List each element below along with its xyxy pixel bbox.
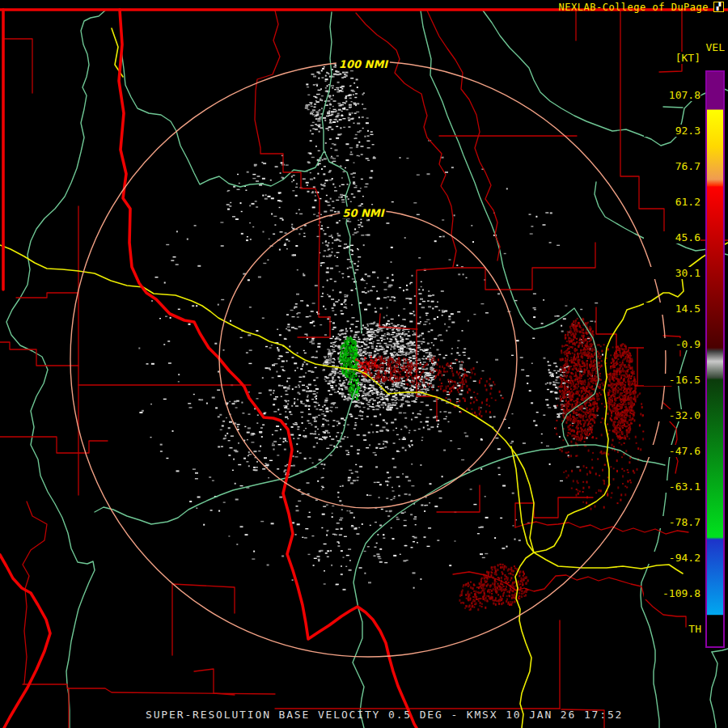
colorbar-tick-label: 92.3 (644, 125, 700, 137)
colorbar-tick-label: -47.6 (644, 445, 700, 457)
velocity-colorbar (705, 70, 725, 648)
colorbar-tick-label: -78.7 (644, 516, 700, 528)
rivers-line (663, 107, 683, 108)
colorbar-tick-label: -0.9 (644, 338, 700, 350)
colorbar-tick-label: -63.1 (644, 480, 700, 493)
colorbar-tick-label: -109.8 (644, 587, 700, 599)
brand-text[interactable]: NEXLAB-College of DuPage (559, 2, 709, 13)
colorbar-threshold-label: TH (688, 623, 702, 635)
colorbar-tick-label: -16.5 (644, 374, 700, 386)
colorbar-tick-label: -94.2 (644, 552, 700, 564)
radar-screen: 100 NMI 50 NMI NEXLAB-College of DuPage … (0, 0, 728, 728)
cod-logo-icon[interactable]: ▞ (713, 2, 724, 12)
colorbar-tick-label: 61.2 (644, 196, 700, 208)
range-ring-label-50nmi: 50 NMI (340, 207, 386, 219)
colorbar-tick-label: 14.5 (644, 303, 700, 315)
colorbar-tick-label: 107.8 (644, 89, 700, 101)
colorbar-tick-label: 76.7 (644, 160, 700, 172)
colorbar-tick-label: 45.6 (644, 231, 700, 243)
colorbar-product-label: VEL (705, 41, 726, 53)
radar-map[interactable] (0, 0, 728, 728)
colorbar-tick-label: -32.0 (644, 409, 700, 421)
product-title: SUPER-RESOLUTION BASE VELOCITY 0.5 DEG -… (146, 709, 623, 721)
colorbar-tick-label: 30.1 (644, 267, 700, 279)
colorbar-units-label: [KT] (675, 52, 701, 64)
range-ring-label-100nmi: 100 NMI (336, 58, 390, 70)
